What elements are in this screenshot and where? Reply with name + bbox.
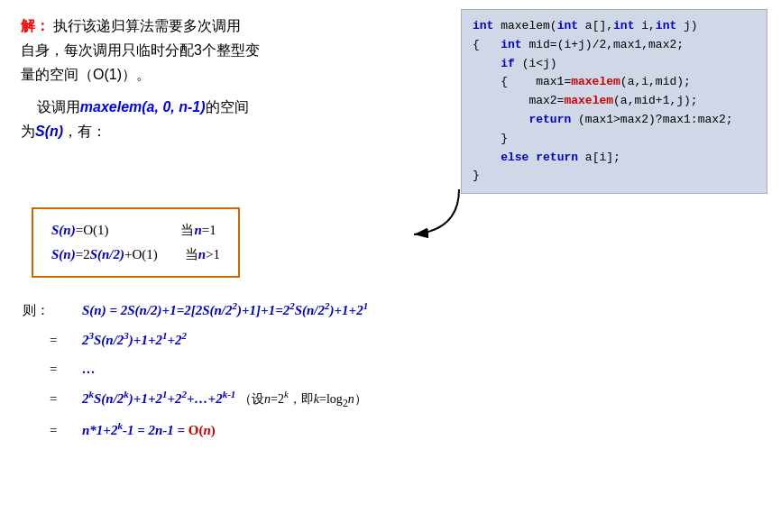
top-section: 解： 执行该递归算法需要多次调用 自身，每次调用只临时分配3个整型变 量的空间（…	[14, 9, 767, 194]
math-line5-content: n*1+2k-1 = 2n-1 = O(n)	[82, 416, 216, 444]
eq-label2: =	[23, 326, 77, 353]
math-line3: = …	[23, 355, 758, 382]
line4-suffix: 的空间	[206, 99, 249, 115]
rec-line2-formula: S(n)=2S(n/2)+O(1)	[51, 243, 158, 267]
code-line9: }	[473, 167, 756, 186]
answer-label: 解：	[21, 18, 50, 33]
line3-text: 量的空间（O(1)）。	[21, 62, 445, 87]
math-line2: = 23S(n/23)+1+21+22	[23, 326, 758, 353]
recurrence-box: S(n)=O(1) 当n=1 S(n)=2S(n/2)+O(1) 当n>1	[32, 207, 240, 278]
code-block: int maxelem(int a[],int i,int j) { int m…	[461, 9, 767, 194]
math-line1: 则： S(n) = 2S(n/2)+1=2[2S(n/22)+1]+1=22S(…	[23, 296, 758, 324]
code-line6: return (max1>max2)?max1:max2;	[473, 111, 756, 130]
code-line3: if (i<j)	[473, 55, 756, 74]
code-line2: { int mid=(i+j)/2,max1,max2;	[473, 36, 756, 55]
line1-text: 执行该递归算法需要多次调用	[53, 18, 241, 33]
math-section: 则： S(n) = 2S(n/2)+1=2[2S(n/22)+1]+1=22S(…	[14, 291, 767, 450]
line4-prefix: 设调用	[37, 99, 80, 115]
left-text: 解： 执行该递归算法需要多次调用 自身，每次调用只临时分配3个整型变 量的空间（…	[14, 9, 452, 194]
rec-line1-formula: S(n)=O(1)	[51, 218, 108, 243]
recurrence-area: S(n)=O(1) 当n=1 S(n)=2S(n/2)+O(1) 当n>1	[14, 203, 767, 287]
code-line5: max2=maxelem(a,mid+1,j);	[473, 92, 756, 111]
eq-label5: =	[23, 417, 77, 444]
line2-text: 自身，每次调用只临时分配3个整型变	[21, 38, 445, 62]
math-line1-content: S(n) = 2S(n/2)+1=2[2S(n/22)+1]+1=22S(n/2…	[82, 296, 368, 324]
main-container: 解： 执行该递归算法需要多次调用 自身，每次调用只临时分配3个整型变 量的空间（…	[0, 0, 781, 532]
line5-text: 为S(n)，有：	[21, 119, 445, 143]
answer-line1: 解： 执行该递归算法需要多次调用	[21, 14, 445, 38]
rec-line2-cond: 当n>1	[185, 243, 220, 267]
line4-text: 设调用maxelem(a, 0, n-1)的空间	[21, 95, 445, 119]
math-line3-content: …	[82, 355, 96, 382]
code-line8: else return a[i];	[473, 149, 756, 168]
eq-label4: =	[23, 385, 77, 412]
code-line4: { max1=maxelem(a,i,mid);	[473, 73, 756, 92]
math-line4-content: 2kS(n/2k)+1+21+22+…+2k-1 （设n=2k，即k=log2n…	[82, 384, 367, 414]
math-prefix: 则：	[23, 297, 77, 324]
math-line5: = n*1+2k-1 = 2n-1 = O(n)	[23, 416, 758, 444]
curved-arrow	[396, 185, 468, 239]
rec-line1: S(n)=O(1) 当n=1	[51, 218, 220, 243]
rec-line1-cond: 当n=1	[180, 218, 216, 243]
math-line4: = 2kS(n/2k)+1+21+22+…+2k-1 （设n=2k，即k=log…	[23, 384, 758, 414]
code-line1: int maxelem(int a[],int i,int j)	[473, 17, 756, 36]
code-line7: }	[473, 130, 756, 149]
eq-label3: =	[23, 355, 77, 382]
maxelem-call: maxelem(a, 0, n-1)	[80, 99, 206, 115]
rec-line2: S(n)=2S(n/2)+O(1) 当n>1	[51, 243, 220, 267]
math-line2-content: 23S(n/23)+1+21+22	[82, 326, 187, 353]
